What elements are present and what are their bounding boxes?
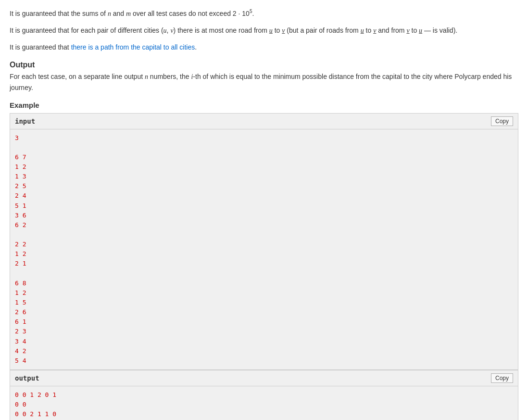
output-mid: numbers, the xyxy=(148,73,191,80)
p2-end: — is valid). xyxy=(422,26,457,34)
p1-m: m xyxy=(126,10,131,17)
paragraph-1: It is guaranteed that the sums of n and … xyxy=(10,8,518,19)
p2-to2: to xyxy=(364,26,373,34)
output-section-heading: Output xyxy=(10,61,518,69)
p1-dot: . xyxy=(252,10,254,17)
input-block-wrapper: input Copy 3 6 7 1 2 1 3 2 5 2 4 5 1 3 6… xyxy=(10,113,518,370)
p2-to: to xyxy=(273,26,282,34)
output-block-header: output Copy xyxy=(10,370,518,386)
p2-u1: u xyxy=(163,27,167,34)
paragraph-3: It is guaranteed that there is a path fr… xyxy=(10,42,518,52)
output-n: n xyxy=(145,73,148,80)
input-label: input xyxy=(15,117,35,125)
p1-text-start: It is guaranteed that the sums of xyxy=(10,10,108,17)
p2-mid2: (but a pair of roads from xyxy=(285,26,360,34)
output-text-start: For each test case, on a separate line o… xyxy=(10,73,145,80)
output-block-wrapper: output Copy 0 0 1 2 0 1 0 0 0 0 2 1 1 0 xyxy=(10,370,518,420)
paragraph-2: It is guaranteed that for each pair of d… xyxy=(10,25,518,36)
p2-to3: to xyxy=(410,26,419,34)
example-heading: Example xyxy=(10,101,518,109)
p2-u2: u xyxy=(269,27,273,34)
p2-start: It is guaranteed that for each pair of d… xyxy=(10,26,163,34)
input-copy-button[interactable]: Copy xyxy=(491,116,513,126)
output-copy-button[interactable]: Copy xyxy=(491,373,513,383)
output-description: For each test case, on a separate line o… xyxy=(10,71,518,93)
p1-n: n xyxy=(108,10,111,17)
input-code-content: 3 6 7 1 2 1 3 2 5 2 4 5 1 3 6 6 2 2 2 1 … xyxy=(10,129,518,369)
output-label: output xyxy=(15,374,39,382)
p2-mid: ) there is at most one road from xyxy=(174,26,269,34)
p3-text: It is guaranteed that there is a path fr… xyxy=(10,43,197,51)
p2-and: and from xyxy=(376,26,406,34)
output-code-content: 0 0 1 2 0 1 0 0 0 0 2 1 1 0 xyxy=(10,386,518,420)
input-block-header: input Copy xyxy=(10,114,518,129)
p1-text-end: over all test cases do not exceed 2 · 10 xyxy=(131,10,250,17)
p2-u3: u xyxy=(361,27,364,34)
p1-text-mid: and xyxy=(111,10,126,17)
